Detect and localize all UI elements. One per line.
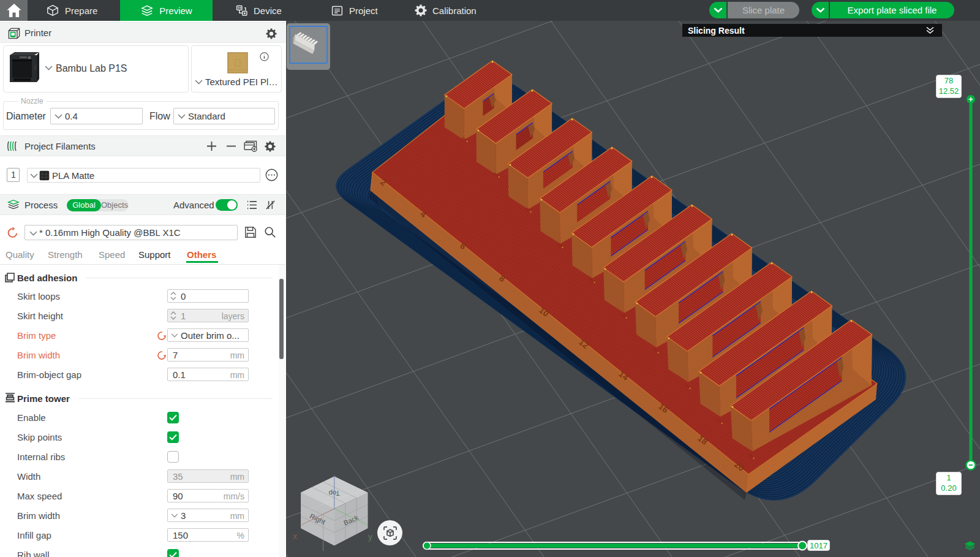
svg-text:x: x [293,531,297,541]
svg-text:y: y [368,532,372,542]
